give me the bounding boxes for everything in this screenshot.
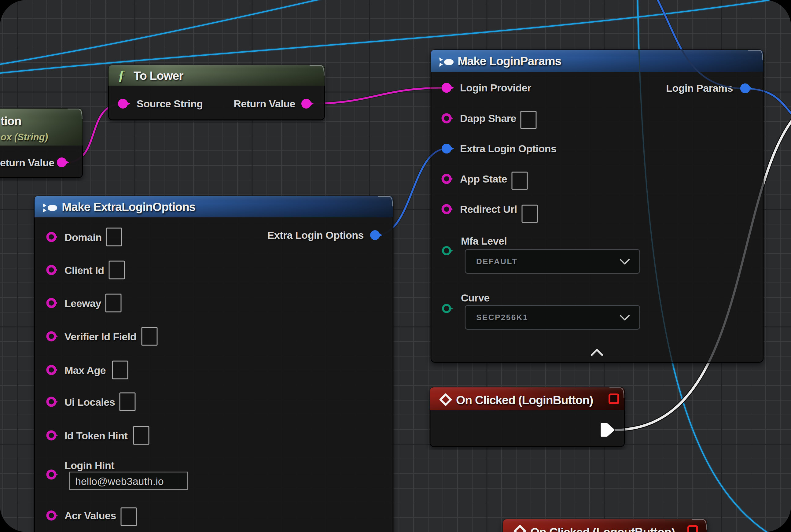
- svg-text:Mfa Level: Mfa Level: [461, 235, 507, 247]
- svg-text:ox (String): ox (String): [1, 132, 48, 142]
- svg-text:Max Age: Max Age: [64, 364, 106, 376]
- svg-text:Login Params: Login Params: [666, 82, 733, 94]
- svg-text:Curve: Curve: [461, 292, 490, 304]
- svg-text:Verifier Id Field: Verifier Id Field: [64, 331, 136, 342]
- svg-text:To Lower: To Lower: [134, 69, 184, 82]
- svg-text:Redirect Url: Redirect Url: [460, 203, 517, 215]
- svg-text:Extra Login Options: Extra Login Options: [460, 143, 556, 154]
- svg-text:hello@web3auth.io: hello@web3auth.io: [75, 475, 164, 487]
- svg-text:Dapp Share: Dapp Share: [460, 113, 516, 124]
- svg-text:Login Provider: Login Provider: [460, 82, 531, 94]
- svg-text:Make LoginParams: Make LoginParams: [458, 54, 561, 68]
- svg-text:Source String: Source String: [137, 98, 202, 110]
- svg-text:Leeway: Leeway: [64, 298, 101, 309]
- svg-text:Make ExtraLoginOptions: Make ExtraLoginOptions: [62, 200, 196, 213]
- svg-text:Return Value: Return Value: [233, 98, 295, 110]
- svg-text:DEFAULT: DEFAULT: [476, 257, 518, 266]
- svg-text:On Clicked (LoginButton): On Clicked (LoginButton): [456, 394, 593, 407]
- svg-text:eturn Value: eturn Value: [0, 157, 54, 169]
- svg-text:Extra Login Options: Extra Login Options: [267, 229, 364, 241]
- svg-text:App State: App State: [460, 173, 507, 185]
- svg-text:Id Token Hint: Id Token Hint: [64, 430, 128, 441]
- svg-text:Client Id: Client Id: [64, 264, 104, 276]
- svg-text:ƒ: ƒ: [118, 68, 125, 83]
- svg-text:tion: tion: [1, 114, 21, 128]
- svg-text:SECP256K1: SECP256K1: [476, 313, 528, 322]
- svg-text:Acr Values: Acr Values: [64, 510, 116, 521]
- svg-text:Login Hint: Login Hint: [64, 459, 114, 471]
- svg-text:Ui Locales: Ui Locales: [64, 396, 115, 408]
- svg-text:Domain: Domain: [64, 231, 102, 243]
- svg-text:On Clicked (LogoutButton): On Clicked (LogoutButton): [530, 526, 675, 532]
